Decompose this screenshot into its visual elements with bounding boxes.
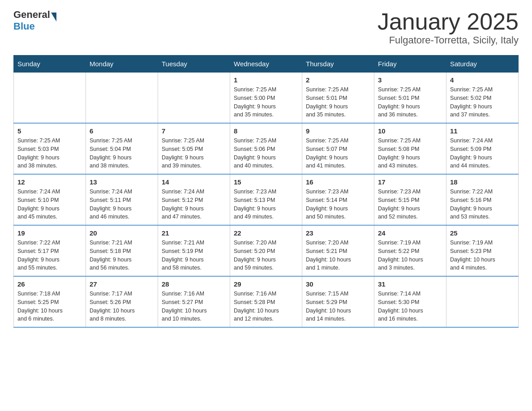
day-info: Sunrise: 7:24 AM Sunset: 5:11 PM Dayligh… xyxy=(90,188,154,221)
calendar-week-1: 1Sunrise: 7:25 AM Sunset: 5:00 PM Daylig… xyxy=(14,73,519,124)
day-info: Sunrise: 7:19 AM Sunset: 5:23 PM Dayligh… xyxy=(450,239,515,272)
calendar-cell: 15Sunrise: 7:23 AM Sunset: 5:13 PM Dayli… xyxy=(230,174,302,225)
day-number: 31 xyxy=(378,280,442,288)
header-monday: Monday xyxy=(86,56,158,73)
day-number: 12 xyxy=(17,178,82,186)
logo-text-blue: Blue xyxy=(13,21,35,32)
calendar-cell: 7Sunrise: 7:25 AM Sunset: 5:05 PM Daylig… xyxy=(158,123,230,174)
day-info: Sunrise: 7:24 AM Sunset: 5:10 PM Dayligh… xyxy=(17,188,82,221)
calendar-cell: 21Sunrise: 7:21 AM Sunset: 5:19 PM Dayli… xyxy=(158,225,230,276)
day-info: Sunrise: 7:23 AM Sunset: 5:14 PM Dayligh… xyxy=(306,188,370,221)
day-info: Sunrise: 7:15 AM Sunset: 5:29 PM Dayligh… xyxy=(306,290,370,323)
calendar-cell: 13Sunrise: 7:24 AM Sunset: 5:11 PM Dayli… xyxy=(86,174,158,225)
day-number: 17 xyxy=(378,178,442,186)
day-info: Sunrise: 7:21 AM Sunset: 5:19 PM Dayligh… xyxy=(162,239,226,272)
calendar-cell: 20Sunrise: 7:21 AM Sunset: 5:18 PM Dayli… xyxy=(86,225,158,276)
title-section: January 2025 Fulgatore-Torretta, Sicily,… xyxy=(378,9,519,46)
calendar-cell: 28Sunrise: 7:16 AM Sunset: 5:27 PM Dayli… xyxy=(158,276,230,327)
calendar-cell: 16Sunrise: 7:23 AM Sunset: 5:14 PM Dayli… xyxy=(302,174,374,225)
calendar-cell xyxy=(446,276,519,327)
day-number: 19 xyxy=(17,229,82,237)
day-number: 28 xyxy=(162,280,226,288)
day-info: Sunrise: 7:23 AM Sunset: 5:15 PM Dayligh… xyxy=(378,188,442,221)
page-title: January 2025 xyxy=(378,9,519,34)
calendar-cell xyxy=(86,73,158,124)
calendar-cell: 31Sunrise: 7:14 AM Sunset: 5:30 PM Dayli… xyxy=(374,276,446,327)
calendar-cell: 22Sunrise: 7:20 AM Sunset: 5:20 PM Dayli… xyxy=(230,225,302,276)
day-number: 4 xyxy=(450,76,515,84)
day-number: 1 xyxy=(234,76,298,84)
calendar-cell: 1Sunrise: 7:25 AM Sunset: 5:00 PM Daylig… xyxy=(230,73,302,124)
day-info: Sunrise: 7:24 AM Sunset: 5:12 PM Dayligh… xyxy=(162,188,226,221)
day-info: Sunrise: 7:25 AM Sunset: 5:02 PM Dayligh… xyxy=(450,86,515,119)
calendar-cell: 4Sunrise: 7:25 AM Sunset: 5:02 PM Daylig… xyxy=(446,73,519,124)
calendar-cell: 12Sunrise: 7:24 AM Sunset: 5:10 PM Dayli… xyxy=(14,174,86,225)
day-info: Sunrise: 7:25 AM Sunset: 5:05 PM Dayligh… xyxy=(162,137,226,170)
calendar-week-3: 12Sunrise: 7:24 AM Sunset: 5:10 PM Dayli… xyxy=(14,174,519,225)
day-number: 26 xyxy=(17,280,82,288)
logo-triangle-icon xyxy=(51,13,56,21)
calendar-cell: 6Sunrise: 7:25 AM Sunset: 5:04 PM Daylig… xyxy=(86,123,158,174)
day-info: Sunrise: 7:25 AM Sunset: 5:07 PM Dayligh… xyxy=(306,137,370,170)
day-info: Sunrise: 7:22 AM Sunset: 5:16 PM Dayligh… xyxy=(450,188,515,221)
calendar-cell: 17Sunrise: 7:23 AM Sunset: 5:15 PM Dayli… xyxy=(374,174,446,225)
day-number: 7 xyxy=(162,127,226,135)
calendar-week-2: 5Sunrise: 7:25 AM Sunset: 5:03 PM Daylig… xyxy=(14,123,519,174)
day-number: 16 xyxy=(306,178,370,186)
day-number: 13 xyxy=(90,178,154,186)
calendar-week-5: 26Sunrise: 7:18 AM Sunset: 5:25 PM Dayli… xyxy=(14,276,519,327)
day-number: 11 xyxy=(450,127,515,135)
calendar-week-4: 19Sunrise: 7:22 AM Sunset: 5:17 PM Dayli… xyxy=(14,225,519,276)
day-number: 23 xyxy=(306,229,370,237)
day-number: 15 xyxy=(234,178,298,186)
day-number: 2 xyxy=(306,76,370,84)
calendar-cell: 5Sunrise: 7:25 AM Sunset: 5:03 PM Daylig… xyxy=(14,123,86,174)
day-info: Sunrise: 7:16 AM Sunset: 5:28 PM Dayligh… xyxy=(234,290,298,323)
day-info: Sunrise: 7:16 AM Sunset: 5:27 PM Dayligh… xyxy=(162,290,226,323)
calendar-cell: 25Sunrise: 7:19 AM Sunset: 5:23 PM Dayli… xyxy=(446,225,519,276)
day-info: Sunrise: 7:20 AM Sunset: 5:21 PM Dayligh… xyxy=(306,239,370,272)
day-number: 29 xyxy=(234,280,298,288)
calendar-cell: 2Sunrise: 7:25 AM Sunset: 5:01 PM Daylig… xyxy=(302,73,374,124)
day-info: Sunrise: 7:25 AM Sunset: 5:06 PM Dayligh… xyxy=(234,137,298,170)
day-number: 14 xyxy=(162,178,226,186)
day-info: Sunrise: 7:25 AM Sunset: 5:04 PM Dayligh… xyxy=(90,137,154,170)
calendar-cell xyxy=(158,73,230,124)
day-info: Sunrise: 7:25 AM Sunset: 5:01 PM Dayligh… xyxy=(378,86,442,119)
calendar-cell: 18Sunrise: 7:22 AM Sunset: 5:16 PM Dayli… xyxy=(446,174,519,225)
calendar-cell: 24Sunrise: 7:19 AM Sunset: 5:22 PM Dayli… xyxy=(374,225,446,276)
day-info: Sunrise: 7:25 AM Sunset: 5:00 PM Dayligh… xyxy=(234,86,298,119)
day-number: 18 xyxy=(450,178,515,186)
calendar-cell: 14Sunrise: 7:24 AM Sunset: 5:12 PM Dayli… xyxy=(158,174,230,225)
day-number: 30 xyxy=(306,280,370,288)
calendar-table: SundayMondayTuesdayWednesdayThursdayFrid… xyxy=(13,55,519,328)
day-info: Sunrise: 7:14 AM Sunset: 5:30 PM Dayligh… xyxy=(378,290,442,323)
calendar-cell: 9Sunrise: 7:25 AM Sunset: 5:07 PM Daylig… xyxy=(302,123,374,174)
day-number: 21 xyxy=(162,229,226,237)
day-number: 25 xyxy=(450,229,515,237)
logo: General Blue xyxy=(13,9,56,32)
day-number: 8 xyxy=(234,127,298,135)
logo-text-general: General xyxy=(13,9,50,21)
day-info: Sunrise: 7:23 AM Sunset: 5:13 PM Dayligh… xyxy=(234,188,298,221)
day-info: Sunrise: 7:24 AM Sunset: 5:09 PM Dayligh… xyxy=(450,137,515,170)
calendar-cell: 10Sunrise: 7:25 AM Sunset: 5:08 PM Dayli… xyxy=(374,123,446,174)
day-number: 24 xyxy=(378,229,442,237)
day-number: 20 xyxy=(90,229,154,237)
day-info: Sunrise: 7:19 AM Sunset: 5:22 PM Dayligh… xyxy=(378,239,442,272)
day-info: Sunrise: 7:18 AM Sunset: 5:25 PM Dayligh… xyxy=(17,290,82,323)
day-number: 10 xyxy=(378,127,442,135)
calendar-header-row: SundayMondayTuesdayWednesdayThursdayFrid… xyxy=(14,56,519,73)
header-wednesday: Wednesday xyxy=(230,56,302,73)
day-info: Sunrise: 7:21 AM Sunset: 5:18 PM Dayligh… xyxy=(90,239,154,272)
day-info: Sunrise: 7:22 AM Sunset: 5:17 PM Dayligh… xyxy=(17,239,82,272)
calendar-cell: 11Sunrise: 7:24 AM Sunset: 5:09 PM Dayli… xyxy=(446,123,519,174)
day-number: 5 xyxy=(17,127,82,135)
day-info: Sunrise: 7:25 AM Sunset: 5:03 PM Dayligh… xyxy=(17,137,82,170)
header-thursday: Thursday xyxy=(302,56,374,73)
header-tuesday: Tuesday xyxy=(158,56,230,73)
day-info: Sunrise: 7:17 AM Sunset: 5:26 PM Dayligh… xyxy=(90,290,154,323)
calendar-cell: 23Sunrise: 7:20 AM Sunset: 5:21 PM Dayli… xyxy=(302,225,374,276)
header-saturday: Saturday xyxy=(446,56,519,73)
day-info: Sunrise: 7:25 AM Sunset: 5:08 PM Dayligh… xyxy=(378,137,442,170)
